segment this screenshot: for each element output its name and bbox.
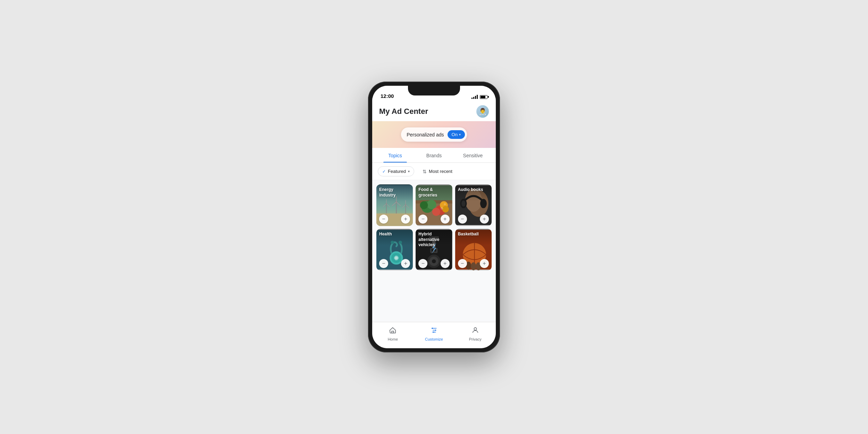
tab-topics[interactable]: Topics — [376, 148, 415, 162]
like-button-basketball[interactable]: + — [480, 259, 489, 268]
customize-icon — [430, 326, 438, 336]
topic-card-energy[interactable]: Energy industry − + — [376, 184, 413, 226]
nav-item-privacy[interactable]: Privacy — [454, 325, 496, 343]
like-button-health[interactable]: + — [401, 259, 410, 268]
featured-label: Featured — [388, 169, 406, 174]
tabs-bar: Topics Brands Sensitive — [372, 148, 496, 163]
topic-grid: Energy industry − + — [372, 180, 496, 270]
avatar[interactable]: 👨‍⚕️ — [476, 105, 489, 118]
nav-label-customize: Customize — [425, 337, 443, 341]
nav-item-home[interactable]: Home — [372, 325, 414, 343]
nav-label-privacy: Privacy — [469, 337, 482, 341]
check-icon: ✓ — [382, 169, 386, 174]
topic-label-food: Food & groceries — [418, 187, 449, 198]
like-button-energy[interactable]: + — [401, 215, 410, 224]
svg-point-66 — [433, 332, 434, 333]
page-title: My Ad Center — [379, 107, 428, 116]
topic-actions-audio: − + — [455, 215, 492, 224]
topic-actions-basketball: − + — [455, 259, 492, 268]
dropdown-arrow-icon: ▾ — [408, 169, 410, 173]
bottom-nav: Home Customize — [372, 322, 496, 348]
spacer — [372, 270, 496, 273]
topic-actions-hybrid: − + — [416, 259, 452, 268]
personalized-ads-pill: Personalized ads On ▾ — [401, 127, 467, 142]
topic-actions-health: − + — [376, 259, 413, 268]
home-icon — [389, 326, 397, 336]
topic-card-hybrid[interactable]: Hybrid alternative vehicles − + — [416, 229, 452, 270]
topic-card-audio[interactable]: Audio books − + — [455, 184, 492, 226]
personalized-ads-toggle[interactable]: On ▾ — [448, 130, 465, 139]
topic-label-health: Health — [379, 232, 410, 237]
topic-label-hybrid: Hybrid alternative vehicles — [418, 232, 449, 248]
on-badge-label: On — [452, 132, 458, 137]
notch — [408, 86, 460, 95]
topic-label-audio: Audio books — [458, 187, 489, 193]
app-content: My Ad Center 👨‍⚕️ Personalized ads On ▾ — [372, 101, 496, 322]
user-avatar-img: 👨‍⚕️ — [476, 105, 489, 118]
status-time: 12:00 — [381, 93, 394, 99]
dislike-button-health[interactable]: − — [379, 259, 388, 268]
tab-brands[interactable]: Brands — [415, 148, 453, 162]
signal-icon — [471, 95, 478, 99]
dislike-button-basketball[interactable]: − — [458, 259, 467, 268]
topic-actions-energy: − + — [376, 215, 413, 224]
app-header: My Ad Center 👨‍⚕️ — [372, 101, 496, 121]
personalized-ads-banner: Personalized ads On ▾ — [372, 121, 496, 148]
like-button-hybrid[interactable]: + — [441, 259, 450, 268]
battery-icon — [480, 95, 487, 99]
svg-point-67 — [474, 328, 476, 330]
most-recent-sort[interactable]: ⇅ Most recent — [418, 167, 457, 176]
dislike-button-energy[interactable]: − — [379, 215, 388, 224]
dislike-button-audio[interactable]: − — [458, 215, 467, 224]
nav-item-customize[interactable]: Customize — [414, 325, 455, 343]
sort-icon: ⇅ — [423, 169, 427, 174]
like-button-food[interactable]: + — [441, 215, 450, 224]
svg-rect-60 — [392, 331, 394, 333]
filter-row: ✓ Featured ▾ ⇅ Most recent — [372, 163, 496, 180]
topic-label-basketball: Basketball — [458, 232, 489, 237]
like-button-audio[interactable]: + — [480, 215, 489, 224]
status-icons — [471, 95, 487, 99]
topic-label-energy: Energy industry — [379, 187, 410, 198]
topic-card-basketball[interactable]: Basketball − + — [455, 229, 492, 270]
dislike-button-food[interactable]: − — [418, 215, 427, 224]
most-recent-label: Most recent — [429, 169, 452, 174]
personalized-ads-label: Personalized ads — [407, 132, 444, 137]
dislike-button-hybrid[interactable]: − — [418, 259, 427, 268]
topic-card-health[interactable]: Health − + — [376, 229, 413, 270]
topic-actions-food: − + — [416, 215, 452, 224]
privacy-icon — [471, 326, 479, 336]
svg-point-64 — [432, 328, 433, 329]
phone-screen: 12:00 My Ad Center 👨‍⚕️ — [372, 86, 496, 348]
tab-sensitive[interactable]: Sensitive — [453, 148, 492, 162]
phone-frame: 12:00 My Ad Center 👨‍⚕️ — [368, 82, 500, 352]
topic-card-food[interactable]: Food & groceries − + — [416, 184, 452, 226]
featured-filter[interactable]: ✓ Featured ▾ — [378, 166, 414, 176]
chevron-down-icon: ▾ — [459, 133, 461, 136]
nav-label-home: Home — [388, 337, 398, 341]
svg-point-65 — [435, 329, 436, 331]
